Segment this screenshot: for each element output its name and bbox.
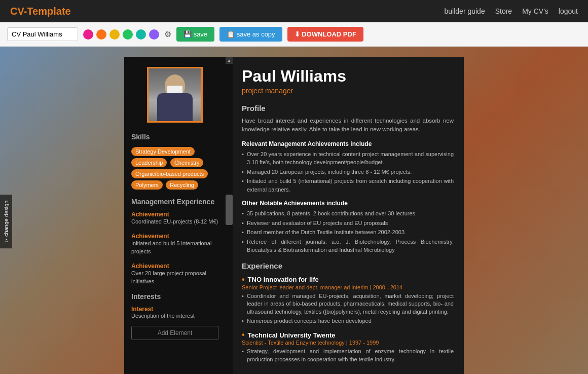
settings-icon[interactable]: ⚙ <box>164 29 171 39</box>
skill-polymers[interactable]: Polymers <box>131 180 163 190</box>
cv-right-panel: Paul Williams project manager Profile Ha… <box>233 57 464 374</box>
achievement-label-1: Achievement <box>131 211 218 218</box>
scrollbar[interactable]: ▲ ▼ <box>226 57 233 374</box>
nav-my-cvs[interactable]: My CV's <box>522 7 548 15</box>
cv-job-title: project manager <box>242 87 454 95</box>
scroll-thumb[interactable] <box>226 195 233 225</box>
cv-left-panel: Skills Strategy Development Leadership C… <box>124 57 226 374</box>
cv-name: Paul Williams <box>242 67 454 86</box>
management-entry-2: Achievement Initiated and build 5 intern… <box>131 233 218 255</box>
skill-strategy[interactable]: Strategy Development <box>131 147 195 156</box>
exp-bullet-1-1: Coordinator and managed EU-projects, acq… <box>242 292 454 317</box>
exp-bullet-2-1: Strategy, development and implementation… <box>242 348 454 364</box>
interest-label: Interest <box>131 306 218 313</box>
experience-section-title: Experience <box>242 261 454 270</box>
other-achievements-section: Other Notable Achievements include 35 pu… <box>242 200 454 254</box>
copy-icon: 📋 <box>227 30 237 38</box>
add-element-button[interactable]: Add Element <box>131 326 218 340</box>
nav-store[interactable]: Store <box>495 7 512 15</box>
nav-builder-guide[interactable]: builder guide <box>445 7 485 15</box>
other-bullet-3: Board member of the Dutch Textile Instit… <box>242 228 454 237</box>
color-dot-purple[interactable] <box>149 29 159 40</box>
other-bullet-4: Referee of different journals: a.o. J. B… <box>242 238 454 254</box>
interest-text: Description of the interest <box>131 313 218 319</box>
toolbar: ⚙ 💾 save 📋 save as copy ⬇ DOWNLOAD PDF <box>0 22 588 47</box>
interests-section: Interest Description of the interest <box>131 306 218 319</box>
exp-bullet-1-2: Numerous product concepts have been deve… <box>242 317 454 325</box>
color-dot-yellow[interactable] <box>109 29 120 40</box>
logo-suffix: Template <box>27 6 70 17</box>
interests-section-title: Interests <box>131 292 218 301</box>
chevron-right-icon: ›› <box>4 239 9 242</box>
skill-chemistry[interactable]: Chemistry <box>170 158 204 167</box>
experience-section: Experience TNO Innovation for life Senio… <box>242 261 454 364</box>
scroll-up-arrow[interactable]: ▲ <box>226 57 233 64</box>
person-body <box>157 93 193 121</box>
exp-company-2: Technical University Twente <box>242 330 454 340</box>
achievements-header: Relevant Management Achievements include <box>242 140 454 147</box>
nav-logout[interactable]: logout <box>559 7 578 15</box>
main-area: ›› change design Skills Strategy Develop… <box>0 47 588 374</box>
change-design-sidebar[interactable]: ›› change design <box>0 195 12 248</box>
achievement-label-2: Achievement <box>131 233 218 240</box>
save-button[interactable]: 💾 save <box>176 27 214 42</box>
achievement-text-2: Initiated and build 5 international proj… <box>131 240 218 255</box>
profile-text: Have broad interest and experiences in d… <box>242 117 454 134</box>
achievement-bullet-1: Over 20 years experience in technical co… <box>242 150 454 167</box>
skill-recycling[interactable]: Recycling <box>166 180 198 190</box>
other-achievements-header: Other Notable Achievements include <box>242 200 454 207</box>
management-entry-3: Achievement Over 20 large project propos… <box>131 263 218 285</box>
skill-leadership[interactable]: Leadership <box>131 158 167 167</box>
achievement-text-3: Over 20 large project proposal initiativ… <box>131 270 218 285</box>
save-icon: 💾 <box>183 30 194 38</box>
download-pdf-button[interactable]: ⬇ DOWNLOAD PDF <box>287 27 363 42</box>
color-dot-pink[interactable] <box>83 29 93 40</box>
skills-section-title: Skills <box>131 133 218 141</box>
achievement-text-1: Coordinated EU-projects (8-12 M€) <box>131 218 218 226</box>
management-entry-1: Achievement Coordinated EU-projects (8-1… <box>131 211 218 226</box>
color-dot-green[interactable] <box>123 29 133 40</box>
exp-role-2: Scientist - Textile and Enzyme technolog… <box>242 340 454 346</box>
exp-company-1: TNO Innovation for life <box>242 275 454 284</box>
cv-card: Skills Strategy Development Leadership C… <box>124 57 464 374</box>
skill-organic[interactable]: Organic/bio-based products <box>131 169 208 178</box>
logo-prefix: CV <box>10 6 24 17</box>
achievement-label-3: Achievement <box>131 263 218 270</box>
top-nav: CV-Template builder guide Store My CV's … <box>0 0 588 22</box>
download-icon: ⬇ <box>295 30 302 38</box>
logo: CV-Template <box>10 6 71 17</box>
color-dot-orange[interactable] <box>96 29 106 40</box>
color-palette: ⚙ <box>83 29 171 40</box>
save-as-copy-button[interactable]: 📋 save as copy <box>219 27 282 42</box>
achievement-bullet-2: Managed 20 European projects, including … <box>242 168 454 176</box>
other-bullet-2: Reviewer and evaluator of EU projects an… <box>242 219 454 228</box>
management-section-title: Management Experience <box>131 198 218 206</box>
photo-frame[interactable] <box>147 67 203 123</box>
nav-links: builder guide Store My CV's logout <box>445 7 578 15</box>
cv-title-input[interactable] <box>7 27 78 41</box>
other-bullet-1: 35 publications, 8 patents, 2 book contr… <box>242 209 454 218</box>
profile-photo <box>149 68 201 121</box>
achievement-bullet-3: Initiated and build 5 (international) pr… <box>242 177 454 194</box>
achievements-section: Relevant Management Achievements include… <box>242 140 454 194</box>
skills-tags: Strategy Development Leadership Chemistr… <box>131 146 218 191</box>
profile-section-title: Profile <box>242 104 454 113</box>
color-dot-teal[interactable] <box>136 29 146 40</box>
exp-role-1: Senior Project leader and dept. manager … <box>242 284 454 290</box>
